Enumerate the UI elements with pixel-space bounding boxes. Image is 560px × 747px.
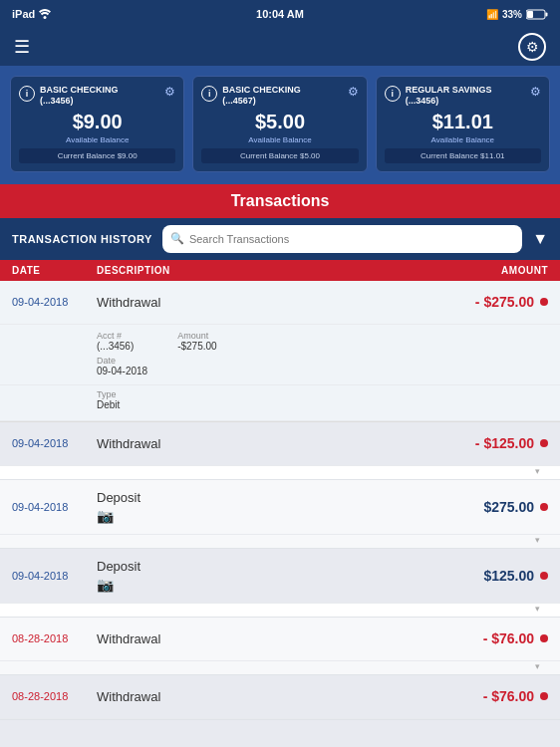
search-box[interactable]: 🔍 — [162, 225, 522, 253]
account-gear-1[interactable]: ⚙ — [348, 85, 359, 99]
column-headers: DATE DESCRIPTION AMOUNT — [0, 260, 560, 281]
status-bar: iPad 10:04 AM 📶 33% — [0, 0, 560, 28]
tx-date-3: 09-04-2018 — [12, 570, 97, 582]
acct-label: Acct # — [97, 331, 147, 341]
account-name-1: BASIC CHECKING — [222, 85, 301, 96]
tx-date-1: 09-04-2018 — [12, 437, 97, 449]
tx-desc-area-3: Deposit 📷 — [97, 559, 448, 593]
tx-dot-1 — [540, 439, 548, 447]
history-label: TRANSACTION HISTORY — [12, 233, 152, 245]
available-label-0: Available Balance — [19, 135, 175, 144]
available-label-1: Available Balance — [201, 135, 358, 144]
tx-dot-5 — [540, 692, 548, 700]
current-balance-0: Current Balance $9.00 — [19, 148, 175, 163]
transaction-row-0[interactable]: 09-04-2018 Withdrawal - $275.00 — [0, 281, 560, 325]
tx-date-0: 09-04-2018 — [12, 296, 97, 308]
transactions-header: Transactions — [0, 184, 560, 218]
available-label-2: Available Balance — [385, 135, 541, 144]
camera-icon-2[interactable]: 📷 — [97, 508, 448, 524]
type-value: Debit — [97, 399, 548, 410]
type-row-0: Type Debit — [0, 385, 560, 421]
transaction-group-3: 09-04-2018 Deposit 📷 $125.00 ▾ — [0, 549, 560, 618]
tx-desc-0: Withdrawal — [97, 295, 448, 310]
nav-bar: ☰ ⚙ — [0, 28, 560, 66]
tx-desc-1: Withdrawal — [97, 436, 448, 451]
transaction-group-4: 08-28-2018 Withdrawal - $76.00 ▾ — [0, 618, 560, 675]
account-balance-0: $9.00 — [19, 111, 175, 133]
info-icon-0[interactable]: i — [19, 86, 35, 102]
transaction-row-3[interactable]: 09-04-2018 Deposit 📷 $125.00 — [0, 549, 560, 604]
account-gear-2[interactable]: ⚙ — [530, 85, 541, 99]
camera-icon-3[interactable]: 📷 — [97, 577, 448, 593]
tx-amount-2: $275.00 — [483, 499, 534, 515]
account-name-0: BASIC CHECKING — [40, 85, 119, 96]
tx-amount-4: - $76.00 — [483, 630, 534, 646]
tx-date-5: 08-28-2018 — [12, 690, 97, 702]
svg-point-0 — [44, 16, 47, 19]
account-card-2[interactable]: i REGULAR SAVINGS (...3456) ⚙ $11.01 Ava… — [376, 76, 550, 172]
info-icon-1[interactable]: i — [201, 86, 217, 102]
date-label: Date — [97, 356, 147, 366]
settings-button[interactable]: ⚙ — [518, 33, 546, 61]
account-number-1: (...4567) — [222, 96, 301, 107]
wifi-icon — [39, 9, 51, 19]
expanded-detail-0: Acct # (...3456) Date 09-04-2018 Amount … — [0, 325, 560, 385]
tx-date-2: 09-04-2018 — [12, 501, 97, 513]
account-card-0[interactable]: i BASIC CHECKING (...3456) ⚙ $9.00 Avail… — [10, 76, 184, 172]
tx-desc-5: Withdrawal — [97, 689, 448, 704]
transaction-row-1[interactable]: 09-04-2018 Withdrawal - $125.00 — [0, 422, 560, 466]
current-balance-1: Current Balance $5.00 — [201, 148, 358, 163]
transaction-group-5: 08-28-2018 Withdrawal - $76.00 — [0, 675, 560, 720]
tx-dot-2 — [540, 503, 548, 511]
account-balance-2: $11.01 — [385, 111, 541, 133]
transaction-row-4[interactable]: 08-28-2018 Withdrawal - $76.00 — [0, 618, 560, 661]
tx-dot-3 — [540, 572, 548, 580]
tx-dot-4 — [540, 634, 548, 642]
account-gear-0[interactable]: ⚙ — [164, 85, 175, 99]
search-input[interactable] — [189, 233, 514, 245]
chevron-down-2: ▾ — [0, 535, 540, 545]
transactions-list: 09-04-2018 Withdrawal - $275.00 Acct # (… — [0, 281, 560, 747]
battery-icon — [526, 9, 548, 20]
filter-icon[interactable]: ▼ — [532, 230, 548, 248]
gear-icon: ⚙ — [526, 39, 539, 55]
status-left: iPad — [12, 8, 51, 20]
menu-icon[interactable]: ☰ — [14, 36, 30, 58]
amount-value: -$275.00 — [177, 341, 216, 352]
battery-label: 33% — [502, 9, 522, 20]
amount-label: Amount — [177, 331, 216, 341]
transaction-group-1: 09-04-2018 Withdrawal - $125.00 ▾ — [0, 422, 560, 480]
tx-amount-3: $125.00 — [483, 568, 534, 584]
transaction-row-5[interactable]: 08-28-2018 Withdrawal - $76.00 — [0, 675, 560, 719]
account-number-2: (...3456) — [406, 96, 492, 107]
tx-date-4: 08-28-2018 — [12, 632, 97, 644]
tx-amount-5: - $76.00 — [483, 688, 534, 704]
account-card-1[interactable]: i BASIC CHECKING (...4567) ⚙ $5.00 Avail… — [192, 76, 367, 172]
bluetooth-icon: 📶 — [486, 9, 498, 20]
acct-value: (...3456) — [97, 341, 147, 352]
account-number-0: (...3456) — [40, 96, 119, 107]
col-header-description: DESCRIPTION — [97, 265, 448, 276]
transaction-row-2[interactable]: 09-04-2018 Deposit 📷 $275.00 — [0, 480, 560, 535]
chevron-down-3: ▾ — [0, 604, 540, 614]
chevron-down-4: ▾ — [0, 661, 540, 671]
status-right: 📶 33% — [486, 9, 548, 20]
info-icon-2[interactable]: i — [385, 86, 401, 102]
tx-desc-area-2: Deposit 📷 — [97, 490, 448, 524]
chevron-down-1: ▾ — [0, 466, 540, 476]
date-value: 09-04-2018 — [97, 366, 147, 376]
status-time: 10:04 AM — [256, 8, 304, 20]
transaction-group-0: 09-04-2018 Withdrawal - $275.00 Acct # (… — [0, 281, 560, 422]
account-name-2: REGULAR SAVINGS — [406, 85, 492, 96]
tx-desc-2: Deposit — [97, 490, 140, 505]
col-header-amount: AMOUNT — [448, 265, 548, 276]
current-balance-2: Current Balance $11.01 — [385, 148, 541, 163]
svg-rect-2 — [546, 12, 548, 16]
search-icon: 🔍 — [170, 232, 184, 245]
carrier-label: iPad — [12, 8, 35, 20]
tx-desc-3: Deposit — [97, 559, 140, 574]
account-balance-1: $5.00 — [201, 111, 358, 133]
type-label: Type — [97, 389, 548, 399]
tx-dot-0 — [540, 298, 548, 306]
accounts-section: i BASIC CHECKING (...3456) ⚙ $9.00 Avail… — [0, 66, 560, 184]
